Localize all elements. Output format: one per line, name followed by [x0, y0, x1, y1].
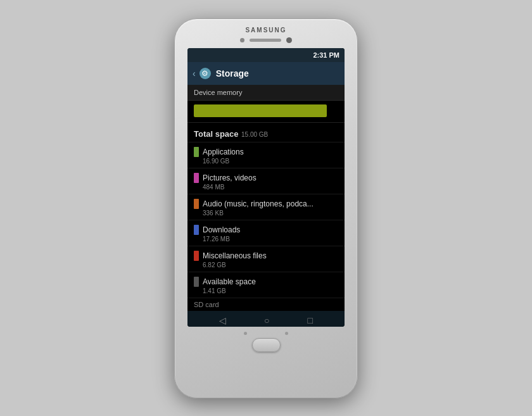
color-swatch-available — [194, 277, 199, 287]
samsung-logo: SAMSUNG — [245, 27, 286, 34]
gear-icon: ⚙ — [200, 68, 211, 79]
color-swatch-misc — [194, 251, 199, 261]
bottom-dot-right — [285, 332, 288, 335]
item-value-misc: 6.82 GB — [194, 262, 338, 268]
total-space-value: 15.00 GB — [241, 131, 268, 138]
item-label-audio: Audio (music, ringtones, podca... — [203, 199, 314, 208]
color-swatch-pictures — [194, 173, 199, 183]
phone-device: SAMSUNG 2:31 PM ‹ ⚙ Storage Device memor… — [174, 18, 358, 398]
list-item[interactable]: Miscellaneous files 6.82 GB — [187, 246, 345, 272]
action-bar: ‹ ⚙ Storage — [187, 62, 345, 85]
item-label-applications: Applications — [203, 148, 244, 156]
item-value-available: 1.41 GB — [194, 287, 338, 294]
color-swatch-applications — [194, 147, 199, 157]
nav-back-button[interactable]: ◁ — [219, 315, 226, 325]
content-area: Device memory Total space 15.00 GB Appli… — [187, 85, 345, 311]
sensor-dot-left — [240, 38, 244, 42]
bottom-dots — [244, 332, 288, 335]
phone-screen: 2:31 PM ‹ ⚙ Storage Device memory — [187, 48, 345, 327]
front-camera-icon — [286, 37, 292, 43]
device-memory-header: Device memory — [187, 85, 345, 101]
home-button[interactable] — [252, 338, 281, 352]
item-label-downloads: Downloads — [203, 225, 240, 234]
list-item[interactable]: Downloads 17.26 MB — [187, 220, 345, 246]
sd-card-label: SD card — [187, 298, 345, 311]
bottom-dot-left — [244, 332, 247, 335]
list-item[interactable]: Pictures, videos 484 MB — [187, 168, 345, 194]
list-item[interactable]: Applications 16.90 GB — [187, 142, 345, 168]
status-bar: 2:31 PM — [187, 48, 345, 62]
storage-bar-container — [187, 101, 345, 123]
device-memory-label: Device memory — [194, 89, 242, 96]
page-title: Storage — [216, 68, 249, 79]
status-time: 2:31 PM — [313, 51, 339, 59]
phone-bottom — [244, 327, 288, 360]
total-space-label: Total space — [194, 129, 239, 139]
nav-menu-button[interactable]: □ — [308, 315, 313, 325]
speaker-grill — [250, 39, 281, 42]
item-value-downloads: 17.26 MB — [194, 236, 338, 243]
item-value-pictures: 484 MB — [194, 184, 338, 191]
nav-home-button[interactable]: ○ — [264, 315, 269, 325]
top-sensors — [240, 37, 292, 43]
list-item[interactable]: Available space 1.41 GB — [187, 272, 345, 298]
list-item[interactable]: Audio (music, ringtones, podca... 336 KB — [187, 194, 345, 220]
color-swatch-downloads — [194, 225, 199, 235]
total-space-item: Total space 15.00 GB — [187, 123, 345, 142]
item-value-applications: 16.90 GB — [194, 158, 338, 165]
color-swatch-audio — [194, 199, 199, 209]
storage-bar — [194, 104, 327, 117]
item-label-misc: Miscellaneous files — [203, 251, 267, 260]
item-label-pictures: Pictures, videos — [203, 173, 256, 182]
item-label-available: Available space — [203, 277, 256, 286]
phone-top: SAMSUNG — [175, 19, 357, 46]
nav-bar: ◁ ○ □ — [187, 311, 345, 327]
back-arrow-icon[interactable]: ‹ — [193, 68, 196, 79]
storage-list: Total space 15.00 GB Applications 16.90 … — [187, 123, 345, 311]
item-value-audio: 336 KB — [194, 210, 338, 217]
